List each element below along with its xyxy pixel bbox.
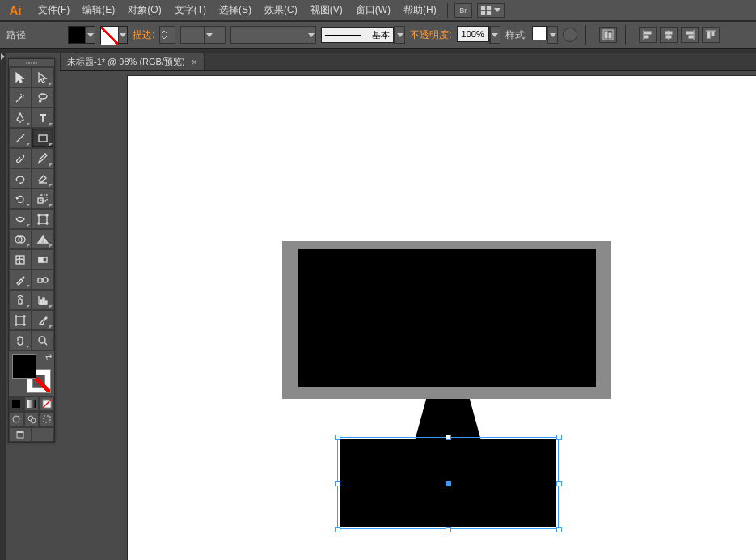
menu-view[interactable]: 视图(V) [305,2,348,19]
svg-rect-44 [12,400,20,408]
artboard-tool[interactable] [9,310,32,330]
rectangle-tool[interactable] [32,128,54,148]
svg-rect-6 [609,33,611,38]
selection-handle[interactable] [335,527,340,532]
shape-builder-tool[interactable] [9,229,32,249]
selection-handle[interactable] [556,435,562,440]
pen-tool[interactable] [9,108,32,128]
direct-selection-tool[interactable] [32,67,54,87]
align-right-button[interactable] [681,27,699,43]
gradient-tool[interactable] [32,249,54,269]
document-tab[interactable]: 未标题-1* @ 98% (RGB/预览) × [60,53,205,70]
menu-select[interactable]: 选择(S) [213,2,257,19]
svg-point-27 [46,214,48,216]
bridge-button[interactable]: Br [454,3,472,18]
width-tool[interactable] [9,209,32,229]
options-bar: 路径 描边: 基本 不透明度: 100% 样式: [0,21,756,49]
free-transform-tool[interactable] [32,209,54,229]
brush-definition[interactable]: 基本 [321,26,405,44]
magic-wand-tool[interactable] [9,87,32,108]
selection-handle[interactable] [556,481,562,486]
canvas-area[interactable] [60,71,756,560]
type-tool[interactable] [32,108,54,128]
fill-color[interactable] [12,354,36,379]
draw-behind[interactable] [24,412,40,426]
selection-handle[interactable] [446,435,451,440]
draw-normal[interactable] [9,412,24,426]
graph-tool[interactable] [32,290,54,310]
draw-inside[interactable] [39,412,54,426]
menu-window[interactable]: 窗口(W) [350,2,396,19]
panel-grip[interactable] [9,59,54,67]
color-mode-solid[interactable] [9,397,24,411]
menu-effect[interactable]: 效果(C) [259,2,303,19]
svg-rect-40 [45,301,47,304]
svg-rect-11 [665,32,672,34]
blend-tool[interactable] [32,269,54,290]
line-tool[interactable] [9,128,32,148]
stroke-label[interactable]: 描边: [133,28,154,42]
stroke-weight-stepper[interactable] [159,26,175,44]
align-hcenter-button[interactable] [660,27,678,43]
svg-rect-45 [27,400,36,408]
close-tab-button[interactable]: × [192,57,197,68]
stroke-weight-field[interactable] [180,26,226,44]
menu-help[interactable]: 帮助(H) [398,2,442,19]
selection-handle[interactable] [335,481,340,486]
chevron-down-icon [494,8,500,12]
menu-type[interactable]: 文字(T) [169,2,212,19]
eyedropper-tool[interactable] [9,269,32,290]
align-panel-button[interactable] [599,27,617,43]
variable-width-profile[interactable] [230,26,316,44]
color-mode-none[interactable] [39,397,54,411]
svg-rect-18 [712,32,714,36]
align-top-button[interactable] [702,27,720,43]
svg-rect-0 [481,6,485,9]
color-mode-gradient[interactable] [24,397,40,411]
symbol-sprayer-tool[interactable] [9,290,32,310]
graphic-style[interactable] [532,26,558,44]
profile-name: 基本 [370,29,390,41]
svg-point-28 [38,223,40,224]
selection-tool[interactable] [9,67,32,87]
rotate-tool[interactable] [9,189,32,209]
selection-handle[interactable] [446,527,451,532]
selection-center-handle[interactable] [446,481,451,486]
selection-handle[interactable] [335,435,340,440]
shape-monitor-screen[interactable] [298,249,596,387]
no-stroke-icon [101,27,118,45]
lasso-tool[interactable] [32,87,54,108]
align-left-button[interactable] [639,27,657,43]
selection-handle[interactable] [556,527,562,532]
paintbrush-tool[interactable] [9,148,32,168]
slice-tool[interactable] [32,310,54,330]
opacity-label[interactable]: 不透明度: [410,28,451,42]
hand-tool[interactable] [9,330,32,350]
svg-line-43 [44,342,47,345]
expand-dock-icon [1,53,5,60]
opacity-field[interactable]: 100% [457,26,500,44]
menu-edit[interactable]: 编辑(E) [77,2,120,19]
perspective-grid-tool[interactable] [32,229,54,249]
document-tabs: 未标题-1* @ 98% (RGB/预览) × [60,53,756,71]
blob-brush-tool[interactable] [9,168,32,189]
fill-swatch[interactable] [68,26,95,44]
chevron-down-icon [306,27,315,43]
eraser-tool[interactable] [32,168,54,189]
scale-tool[interactable] [32,189,54,209]
pencil-tool[interactable] [32,148,54,168]
screen-mode[interactable] [9,427,32,442]
menu-file[interactable]: 文件(F) [32,2,75,19]
dock-strip[interactable] [0,49,6,560]
menu-object[interactable]: 对象(O) [122,2,167,19]
swap-fill-stroke-icon[interactable]: ⇄ [45,353,52,362]
stroke-swatch[interactable] [100,26,128,44]
arrange-docs-button[interactable] [477,3,505,18]
zoom-tool[interactable] [32,330,54,350]
chevron-down-icon [118,27,127,43]
recolor-artwork-button[interactable] [563,28,577,42]
mesh-tool[interactable] [9,249,32,269]
document-tab-title: 未标题-1* @ 98% (RGB/预览) [67,56,185,68]
fill-stroke-block: ⇄ [9,350,54,396]
svg-rect-53 [17,431,23,433]
